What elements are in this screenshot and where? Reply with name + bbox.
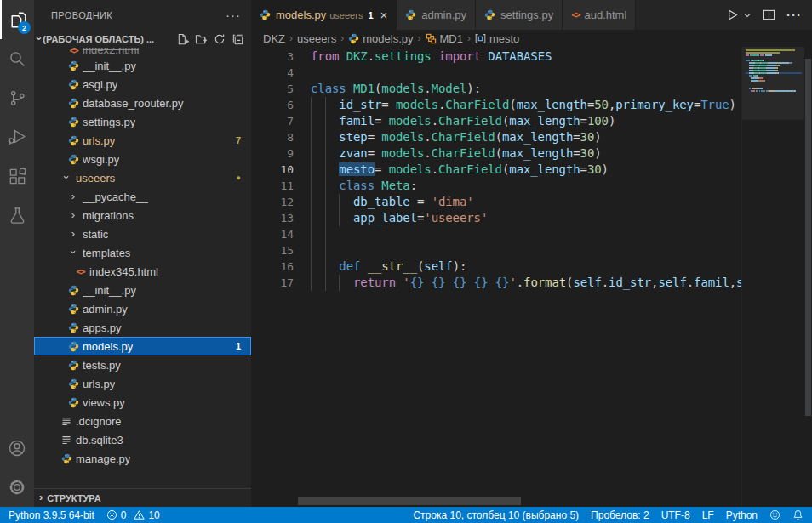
status-encoding[interactable]: UTF-8 <box>661 507 690 523</box>
close-icon[interactable]: × <box>380 8 388 22</box>
new-file-icon[interactable] <box>176 33 189 46</box>
tree-file-manage.py[interactable]: manage.py <box>34 449 251 468</box>
status-label: LF <box>702 509 714 521</box>
code-line-17: 17 return '{} {} {} {} {}'.format(self.i… <box>251 275 812 291</box>
tab-badge: 1 <box>368 10 373 20</box>
tab-aud.html[interactable]: <>aud.html <box>563 0 636 30</box>
breadcrumb-item-models.py[interactable]: models.py <box>348 32 413 45</box>
tree-file-urls.py[interactable]: urls.py <box>34 374 251 393</box>
status-problems[interactable]: 010 <box>106 507 160 523</box>
tree-file-index345.html[interactable]: <>index345.html <box>34 262 251 281</box>
code-line-15: 15 <box>251 242 812 259</box>
line-number: 16 <box>251 259 294 275</box>
python-file-icon <box>67 322 79 333</box>
tree-item-badge: 7 <box>236 135 241 145</box>
tab-label: admin.py <box>421 9 466 21</box>
outline-label: СТРУКТУРА <box>47 493 100 503</box>
tree-file-settings.py[interactable]: settings.py <box>34 112 251 131</box>
activity-extensions-icon[interactable] <box>0 156 34 196</box>
minimap-line <box>746 80 802 82</box>
vertical-scrollbar[interactable] <box>804 47 812 507</box>
tree-file-.dcignore[interactable]: .dcignore <box>34 412 251 430</box>
status-cursor-position[interactable]: Строка 10, столбец 10 (выбрано 5) <box>413 507 579 523</box>
tree-file-admin.py[interactable]: admin.py <box>34 299 251 318</box>
tab-models.py[interactable]: models.pyuseeers1× <box>251 0 397 30</box>
tree-item-label: wsgi.py <box>83 153 119 166</box>
refresh-icon[interactable] <box>214 33 226 45</box>
collapse-all-icon[interactable] <box>232 33 244 46</box>
run-python-file-icon[interactable] <box>726 9 739 21</box>
tree-folder-static[interactable]: ›static <box>34 225 251 243</box>
minimap[interactable] <box>741 47 804 507</box>
split-editor-icon[interactable] <box>763 9 775 21</box>
activity-search-icon[interactable] <box>0 39 34 78</box>
activity-explorer-icon[interactable]: 2 <box>0 0 34 39</box>
status-eol[interactable]: LF <box>702 507 714 523</box>
workspace-section-header[interactable]: › (РАБОЧАЯ ОБЛАСТЬ) ... <box>34 30 251 48</box>
minimap-line <box>746 67 802 69</box>
tree-item-badge: 1 <box>236 341 241 351</box>
workspace-actions <box>176 33 244 46</box>
status-feedback[interactable] <box>769 507 781 523</box>
outline-section-header[interactable]: › СТРУКТУРА <box>34 488 251 507</box>
python-file-icon <box>67 378 79 389</box>
status-python-version[interactable]: Python 3.9.5 64-bit <box>9 507 94 523</box>
status-indentation[interactable]: Пробелов: 2 <box>591 507 649 523</box>
tree-file-__init__.py[interactable]: __init__.py <box>34 281 251 299</box>
tab-admin.py[interactable]: admin.py <box>397 0 476 30</box>
more-actions-icon[interactable]: ··· <box>786 8 802 22</box>
tab-settings.py[interactable]: settings.py <box>476 0 563 30</box>
tree-folder-useeers[interactable]: ›useeers● <box>34 168 251 187</box>
tree-item-label: index2.html <box>83 48 139 56</box>
tree-file-db.sqlite3[interactable]: db.sqlite3 <box>34 430 251 449</box>
tree-file-urls.py[interactable]: urls.py7 <box>34 131 251 150</box>
tree-file-asgi.py[interactable]: asgi.py <box>34 75 251 94</box>
run-dropdown-icon[interactable] <box>743 11 752 20</box>
tree-file-wsgi.py[interactable]: wsgi.py <box>34 150 251 168</box>
tree-file-__init__.py[interactable]: __init__.py <box>34 56 251 75</box>
code-line-13: 13 app_label='useeers' <box>251 210 812 226</box>
line-text: def __str__(self): <box>311 259 742 275</box>
sidebar-title: ПРОВОДНИК <box>51 10 112 20</box>
minimap-line <box>746 72 802 74</box>
vertical-scrollbar-thumb[interactable] <box>805 59 811 416</box>
breadcrumb-item-DKZ[interactable]: DKZ <box>263 32 285 45</box>
tree-folder-templates[interactable]: ›templates <box>34 243 251 262</box>
tab-description: useeers <box>329 10 363 20</box>
breadcrumb-item-MD1[interactable]: MD1 <box>426 32 463 45</box>
code-editor[interactable]: 3from DKZ.settings import DATABASES45cla… <box>251 47 812 507</box>
tree-file-database_roouter.py[interactable]: database_roouter.py <box>34 94 251 112</box>
activity-account-icon[interactable] <box>0 429 34 468</box>
breadcrumb-label: MD1 <box>440 32 463 45</box>
activity-settings-gear-icon[interactable] <box>0 468 34 507</box>
breadcrumb-item-mesto[interactable]: mesto <box>475 32 519 45</box>
tree-file-index2.html[interactable]: <>index2.html <box>34 48 251 56</box>
line-number: 14 <box>251 226 294 242</box>
breadcrumb: DKZ›useeers›models.py›MD1›mesto <box>251 30 812 47</box>
code-line-6: 6 id_str= models.CharField(max_length=50… <box>251 97 812 113</box>
tree-file-views.py[interactable]: views.py <box>34 393 251 412</box>
activity-testing-icon[interactable] <box>0 196 34 235</box>
breadcrumb-item-useeers[interactable]: useeers <box>297 32 336 45</box>
new-folder-icon[interactable] <box>195 33 208 46</box>
line-number: 4 <box>251 65 294 81</box>
minimap-line <box>746 75 802 77</box>
horizontal-scrollbar-thumb[interactable] <box>298 497 521 505</box>
tree-folder-migrations[interactable]: ›migrations <box>34 206 251 225</box>
status-language-mode[interactable]: Python <box>726 507 758 523</box>
sidebar-more-actions-icon[interactable]: ··· <box>226 8 241 22</box>
minimap-line <box>746 85 802 87</box>
activity-source-control-icon[interactable] <box>0 78 34 117</box>
line-text: class Meta: <box>311 178 742 194</box>
code-line-12: 12 db_table = 'dima' <box>251 194 812 210</box>
tree-file-apps.py[interactable]: apps.py <box>34 318 251 337</box>
tree-folder-__pycache__[interactable]: ›__pycache__ <box>34 187 251 206</box>
chevron: › <box>67 250 80 253</box>
activity-run-debug-icon[interactable] <box>0 117 34 156</box>
tree-item-label: views.py <box>83 396 125 409</box>
minimap-line <box>746 62 802 64</box>
tree-file-models.py[interactable]: models.py1 <box>34 337 251 355</box>
tree-file-tests.py[interactable]: tests.py <box>34 355 251 374</box>
status-notifications[interactable] <box>792 507 803 523</box>
line-number: 6 <box>251 97 294 113</box>
